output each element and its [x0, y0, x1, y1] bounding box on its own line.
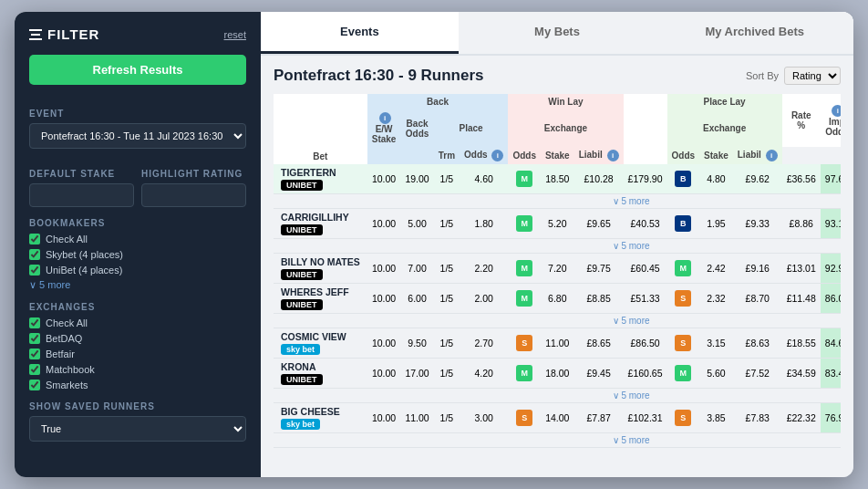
- default-stake-label: DEFAULT STAKE: [29, 169, 134, 179]
- show-more-row: ∨ 5 more: [274, 239, 841, 254]
- exchange-smarkets[interactable]: Smarkets: [29, 380, 246, 390]
- bookmaker-unibet[interactable]: UniBet (4 places): [29, 265, 246, 276]
- place-lay-odds-cell: 2.32: [699, 284, 733, 314]
- sort-by-label: Sort By: [746, 70, 779, 81]
- place-lay-odds-cell: 3.85: [699, 403, 733, 433]
- win-stake-cell: £9.65: [574, 209, 624, 239]
- win-liabil-cell: £102.31: [624, 403, 667, 433]
- show-more-row: ∨ 5 more: [274, 433, 841, 448]
- place-exchange-cell: B: [667, 209, 700, 239]
- tab-my-bets[interactable]: My Bets: [459, 12, 656, 54]
- place-odds-info-icon: i: [491, 150, 503, 161]
- rate-cell: 97.68: [821, 164, 841, 194]
- trm-cell: 1/5: [434, 284, 460, 314]
- show-more-cell[interactable]: ∨ 5 more: [274, 314, 841, 328]
- place-lay-liabil-cell: £34.59: [782, 359, 821, 389]
- win-stake-cell: £8.85: [574, 284, 624, 314]
- win-odds-cell: 6.80: [541, 284, 574, 314]
- place-lay-odds-cell: 5.60: [699, 359, 733, 389]
- place-liabil-info-icon: i: [766, 150, 778, 161]
- tab-events[interactable]: Events: [261, 12, 459, 54]
- win-liabil-cell: £160.65: [624, 359, 667, 389]
- content-area: Pontefract 16:30 - 9 Runners Sort By Rat…: [261, 56, 853, 477]
- ew-stake-cell: 10.00: [367, 328, 401, 359]
- place-lay-liabil-cell: £36.56: [782, 164, 821, 194]
- show-more-row: ∨ 5 more: [274, 314, 841, 328]
- trm-cell: 1/5: [434, 164, 460, 194]
- refresh-button[interactable]: Refresh Results: [29, 55, 246, 85]
- rate-cell: 83.44: [821, 359, 841, 389]
- col-exchange-place: Exchange: [667, 109, 782, 147]
- table-row: BIG CHEESE sky bet 10.00 11.00 1/5 3.00 …: [274, 403, 841, 433]
- reset-link[interactable]: reset: [224, 29, 246, 40]
- table-row: KRONA UNIBET 10.00 17.00 1/5 4.20 M 18.0…: [274, 359, 841, 389]
- rate-cell: 86.09: [821, 284, 841, 314]
- win-exchange-cell: S: [508, 328, 541, 359]
- exchange-badge: B: [675, 215, 691, 232]
- exchange-betdaq[interactable]: BetDAQ: [29, 333, 246, 344]
- place-lay-stake-cell: £9.62: [733, 164, 782, 194]
- exchange-betfair[interactable]: Betfair: [29, 349, 246, 359]
- show-saved-select[interactable]: True: [29, 416, 246, 442]
- bookmaker-skybet[interactable]: Skybet (4 places): [29, 249, 246, 260]
- bookmaker-badge: sky bet: [281, 344, 320, 355]
- win-liabil-cell: £60.45: [624, 254, 667, 284]
- place-lay-stake-cell: £9.33: [733, 209, 782, 239]
- show-more-cell[interactable]: ∨ 5 more: [274, 389, 841, 403]
- show-more-cell[interactable]: ∨ 5 more: [274, 194, 841, 209]
- ew-stake-cell: 10.00: [367, 359, 401, 389]
- col-place-liabil: Liabil i: [733, 147, 782, 164]
- col-back-odds: BackOdds: [400, 109, 433, 147]
- place-lay-liabil-cell: £13.01: [782, 254, 821, 284]
- win-exchange-cell: M: [508, 284, 541, 314]
- col-group-back: Back: [367, 94, 509, 109]
- trm-cell: 1/5: [434, 328, 460, 359]
- highlight-rating-input[interactable]: 95.0: [141, 183, 246, 207]
- liabil-info-icon: i: [607, 150, 619, 161]
- rate-cell: 76.94: [821, 403, 841, 433]
- show-more-cell[interactable]: ∨ 5 more: [274, 239, 841, 254]
- rate-cell: 84.66: [821, 328, 841, 359]
- bookmaker-badge: UNIBET: [281, 269, 323, 280]
- exchange-badge: M: [516, 215, 532, 232]
- show-more-bookmakers[interactable]: ∨ 5 more: [29, 279, 246, 291]
- sort-by-select[interactable]: Rating: [784, 67, 841, 85]
- bet-name-cell: WHERES JEFF UNIBET: [274, 284, 367, 314]
- win-exchange-cell: M: [508, 209, 541, 239]
- bet-name: TIGERTERN: [281, 167, 360, 178]
- tabs-bar: Events My Bets My Archived Bets: [261, 12, 853, 56]
- win-stake-cell: £9.45: [574, 359, 624, 389]
- main-content: Events My Bets My Archived Bets Pontefra…: [261, 12, 853, 477]
- event-select[interactable]: Pontefract 16:30 - Tue 11 Jul 2023 16:30: [29, 123, 246, 149]
- place-odds-cell: 4.60: [460, 164, 508, 194]
- betting-table-wrapper: Bet Back Win Lay Place Lay Rate% iImpOdd…: [274, 94, 841, 448]
- exchange-badge: S: [516, 335, 532, 351]
- exchange-check-all[interactable]: Check All: [29, 317, 246, 328]
- bookmaker-check-all[interactable]: Check All: [29, 234, 246, 244]
- bookmaker-badge: UNIBET: [281, 180, 323, 191]
- place-lay-liabil-cell: £11.48: [782, 284, 821, 314]
- default-stake-input[interactable]: 10.00: [29, 183, 134, 207]
- col-bet: Bet: [274, 94, 367, 164]
- col-place-odds: Odds i: [460, 147, 508, 164]
- exchange-badge: M: [675, 260, 691, 276]
- place-odds-cell: 2.00: [460, 284, 508, 314]
- bet-name: BILLY NO MATES: [281, 256, 360, 267]
- place-lay-liabil-cell: £18.55: [782, 328, 821, 359]
- place-exchange-cell: M: [667, 359, 700, 389]
- tab-my-archived-bets[interactable]: My Archived Bets: [656, 12, 853, 54]
- place-lay-stake-cell: £7.52: [733, 359, 782, 389]
- win-stake-cell: £7.87: [574, 403, 624, 433]
- show-more-cell[interactable]: ∨ 5 more: [274, 433, 841, 448]
- win-stake-cell: £10.28: [574, 164, 624, 194]
- win-odds-cell: 7.20: [541, 254, 574, 284]
- col-trm: Trm: [434, 147, 460, 164]
- win-liabil-cell: £40.53: [624, 209, 667, 239]
- table-row: BILLY NO MATES UNIBET 10.00 7.00 1/5 2.2…: [274, 254, 841, 284]
- bookmaker-badge: UNIBET: [281, 224, 323, 235]
- win-stake-cell: £8.65: [574, 328, 624, 359]
- place-exchange-cell: S: [667, 403, 700, 433]
- rate-cell: 93.11: [821, 209, 841, 239]
- sort-bar: Sort By Rating: [746, 67, 841, 85]
- exchange-matchbook[interactable]: Matchbook: [29, 364, 246, 375]
